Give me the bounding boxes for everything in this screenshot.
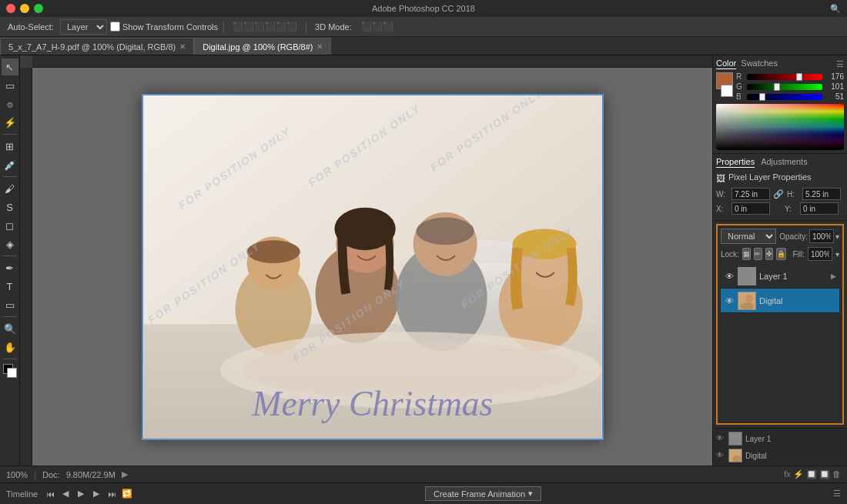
- color-spectrum[interactable]: [716, 104, 844, 150]
- timeline-prev-btn[interactable]: ◀: [59, 488, 72, 500]
- timeline-next-btn[interactable]: ▶: [90, 488, 102, 500]
- timeline-options-icon[interactable]: ☰: [833, 489, 841, 499]
- fill-label: Fill:: [792, 250, 805, 259]
- blend-mode-select[interactable]: Normal Multiply Screen Overlay: [721, 229, 776, 244]
- tab-color[interactable]: Color: [716, 58, 736, 69]
- color-swatches[interactable]: [3, 364, 17, 378]
- photo-canvas: FOR POSITION ONLY FOR POSITION ONLY FOR …: [142, 94, 604, 440]
- magic-wand-tool[interactable]: ⚡: [2, 114, 18, 131]
- eyedropper-tool[interactable]: 💉: [2, 156, 18, 173]
- red-slider-thumb[interactable]: [796, 73, 802, 81]
- doc-label: Doc:: [42, 470, 60, 479]
- width-input[interactable]: [732, 188, 770, 200]
- zoom-tool[interactable]: 🔍: [2, 320, 18, 337]
- create-animation-button[interactable]: Create Frame Animation ▾: [425, 486, 541, 501]
- show-transform-checkbox[interactable]: [110, 22, 120, 32]
- background-color-swatch[interactable]: [721, 85, 733, 97]
- close-button[interactable]: [6, 4, 15, 13]
- blue-slider-thumb[interactable]: [759, 93, 765, 101]
- lock-all-icon[interactable]: 🔒: [776, 248, 786, 260]
- timeline-loop-btn[interactable]: 🔁: [121, 488, 133, 500]
- xy-row: X: Y:: [716, 202, 844, 215]
- blue-slider-track[interactable]: [747, 94, 822, 100]
- timeline-label: Timeline: [6, 489, 38, 499]
- opacity-control: Opacity: ▾: [779, 229, 839, 243]
- eraser-tool[interactable]: ◻: [2, 217, 18, 234]
- digital-layer-name: Digital: [759, 296, 836, 305]
- background-color[interactable]: [7, 368, 17, 378]
- mini-digital-name: Digital: [745, 452, 767, 460]
- panel-options-icon[interactable]: ☰: [836, 59, 844, 69]
- svg-point-27: [745, 295, 753, 302]
- green-slider-row: G 101: [736, 82, 844, 91]
- title-right-icons: 🔍: [830, 4, 841, 14]
- width-row: W: 🔗 H:: [716, 188, 844, 200]
- lock-image-icon[interactable]: ✏: [754, 248, 762, 260]
- shape-tool[interactable]: ▭: [2, 296, 18, 313]
- tab-digital[interactable]: Digital.jpg @ 100% (RGB/8#) ✕: [194, 38, 331, 55]
- green-slider-track[interactable]: [747, 84, 822, 90]
- mini-thumb-digital: [728, 449, 742, 462]
- green-slider-thumb[interactable]: [774, 83, 780, 91]
- layer1-expand-icon[interactable]: ▶: [831, 272, 836, 280]
- link-icon[interactable]: 🔗: [773, 189, 784, 199]
- mini-layers: 👁 Layer 1 👁 Digital: [713, 428, 847, 466]
- tab-adjustments[interactable]: Adjustments: [761, 157, 808, 168]
- brush-tool[interactable]: 🖌: [2, 180, 18, 197]
- layer1-thumbnail: [738, 267, 756, 285]
- tab-pdf[interactable]: 5_x_7_A7_H-9.pdf @ 100% (Digital, RGB/8)…: [0, 38, 194, 55]
- minimize-button[interactable]: [20, 4, 29, 13]
- status-arrow-icon[interactable]: ▶: [122, 469, 128, 479]
- text-tool[interactable]: T: [2, 278, 18, 295]
- layer1-visibility-icon[interactable]: 👁: [724, 271, 735, 282]
- tab-properties[interactable]: Properties: [716, 157, 755, 168]
- opacity-dropdown-icon[interactable]: ▾: [835, 232, 839, 241]
- timeline-start-btn[interactable]: ⏮: [44, 488, 56, 500]
- app-title: Adobe Photoshop CC 2018: [372, 4, 475, 13]
- show-transform-label[interactable]: Show Transform Controls: [110, 22, 218, 32]
- maximize-button[interactable]: [34, 4, 43, 13]
- x-input[interactable]: [732, 202, 770, 215]
- mini-eye1-icon[interactable]: 👁: [716, 434, 725, 443]
- properties-panel: Properties Adjustments 🖼 Pixel Layer Pro…: [713, 154, 847, 221]
- lock-pixels-icon[interactable]: ▦: [742, 248, 751, 260]
- pen-tool[interactable]: ✒: [2, 259, 18, 276]
- tab-close-digital[interactable]: ✕: [316, 42, 323, 51]
- layer-item-layer1[interactable]: 👁 Layer 1 ▶: [721, 264, 839, 289]
- window-controls[interactable]: [6, 4, 43, 13]
- fill-input[interactable]: [808, 247, 832, 261]
- layer-item-digital[interactable]: 👁 Digital: [721, 289, 839, 313]
- paint-bucket-tool[interactable]: ◈: [2, 235, 18, 252]
- digital-visibility-icon[interactable]: 👁: [724, 295, 735, 306]
- create-animation-dropdown-icon[interactable]: ▾: [528, 489, 533, 499]
- zoom-level: 100%: [6, 470, 28, 479]
- auto-select-dropdown[interactable]: Layer Group: [60, 19, 107, 35]
- marquee-tool[interactable]: ▭: [2, 77, 18, 94]
- svg-point-31: [732, 456, 742, 462]
- mini-eye2-icon[interactable]: 👁: [716, 451, 725, 460]
- red-slider-track[interactable]: [747, 74, 822, 80]
- svg-point-12: [416, 217, 474, 245]
- tab-close-pdf[interactable]: ✕: [179, 42, 186, 51]
- canvas-area[interactable]: FOR POSITION ONLY FOR POSITION ONLY FOR …: [32, 68, 712, 466]
- lasso-tool[interactable]: ⌾: [2, 95, 18, 112]
- document-tabs: 5_x_7_A7_H-9.pdf @ 100% (Digital, RGB/8)…: [0, 37, 847, 55]
- search-icon[interactable]: 🔍: [830, 4, 841, 14]
- mode-label: 3D Mode:: [312, 21, 355, 33]
- stamp-tool[interactable]: S: [2, 199, 18, 215]
- crop-tool[interactable]: ⊞: [2, 138, 18, 155]
- height-input[interactable]: [802, 188, 841, 200]
- lock-position-icon[interactable]: ✜: [765, 248, 774, 260]
- properties-tabs: Properties Adjustments: [716, 157, 844, 168]
- move-tool[interactable]: ↖: [2, 58, 18, 75]
- mini-layer-item-layer1[interactable]: 👁 Layer 1: [716, 430, 844, 447]
- opacity-input[interactable]: [809, 229, 834, 243]
- timeline-end-btn[interactable]: ⏭: [105, 488, 118, 500]
- fill-dropdown-icon[interactable]: ▾: [835, 250, 839, 259]
- w-label: W:: [716, 190, 728, 199]
- timeline-play-btn[interactable]: ▶: [75, 488, 87, 500]
- mini-layer-item-digital[interactable]: 👁 Digital: [716, 447, 844, 464]
- hand-tool[interactable]: ✋: [2, 339, 18, 355]
- y-input[interactable]: [800, 202, 839, 215]
- tab-swatches[interactable]: Swatches: [741, 58, 778, 69]
